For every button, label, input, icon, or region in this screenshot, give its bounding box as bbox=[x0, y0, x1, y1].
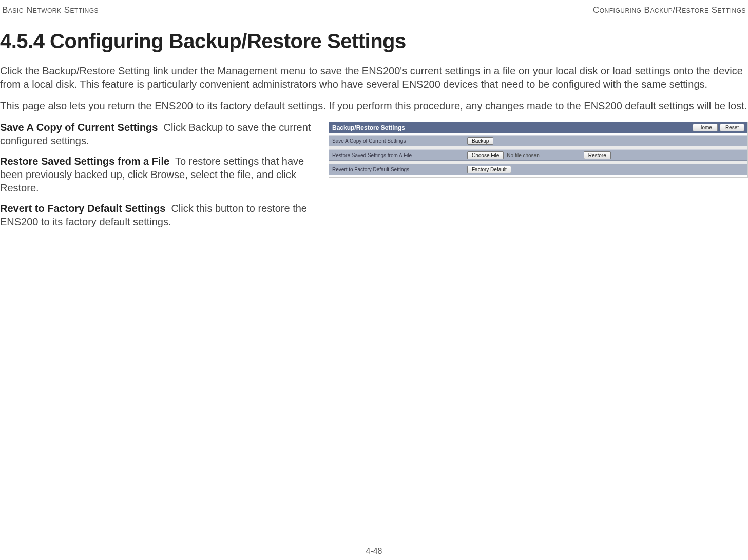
backup-button[interactable]: Backup bbox=[467, 137, 493, 145]
row-restore-file-label: Restore Saved Settings from A File bbox=[329, 150, 465, 160]
restore-button[interactable]: Restore bbox=[584, 151, 611, 159]
definition-restore-term: Restore Saved Settings from a File bbox=[0, 156, 169, 167]
definition-revert-term: Revert to Factory Default Settings bbox=[0, 203, 165, 214]
home-button[interactable]: Home bbox=[693, 124, 718, 131]
file-chosen-status: No file chosen bbox=[507, 152, 539, 158]
section-heading: 4.5.4 Configuring Backup/Restore Setting… bbox=[0, 30, 748, 53]
panel-header: Backup/Restore Settings Home Reset bbox=[329, 122, 747, 133]
definition-revert: Revert to Factory Default Settings Click… bbox=[0, 202, 318, 228]
intro-paragraph-2: This page also lets you return the ENS20… bbox=[0, 99, 748, 112]
page-number: 4-48 bbox=[0, 547, 748, 556]
backup-restore-panel: Backup/Restore Settings Home Reset Save … bbox=[329, 122, 748, 178]
intro-paragraph-1: Click the Backup/Restore Setting link un… bbox=[0, 64, 748, 91]
row-revert-factory: Revert to Factory Default Settings Facto… bbox=[329, 164, 747, 175]
factory-default-button[interactable]: Factory Default bbox=[467, 166, 511, 173]
definition-save: Save A Copy of Current Settings Click Ba… bbox=[0, 121, 318, 147]
row-restore-file: Restore Saved Settings from A File Choos… bbox=[329, 149, 747, 161]
definition-restore: Restore Saved Settings from a File To re… bbox=[0, 155, 318, 195]
panel-title: Backup/Restore Settings bbox=[332, 124, 405, 131]
choose-file-button[interactable]: Choose File bbox=[467, 151, 504, 159]
reset-button[interactable]: Reset bbox=[720, 124, 744, 131]
definition-save-term: Save A Copy of Current Settings bbox=[0, 122, 158, 133]
header-left: Basic Network Settings bbox=[2, 5, 99, 15]
row-save-copy-label: Save A Copy of Current Settings bbox=[329, 136, 465, 146]
header-right: Configuring Backup/Restore Settings bbox=[593, 5, 746, 15]
row-save-copy: Save A Copy of Current Settings Backup bbox=[329, 135, 747, 146]
row-revert-factory-label: Revert to Factory Default Settings bbox=[329, 165, 465, 175]
